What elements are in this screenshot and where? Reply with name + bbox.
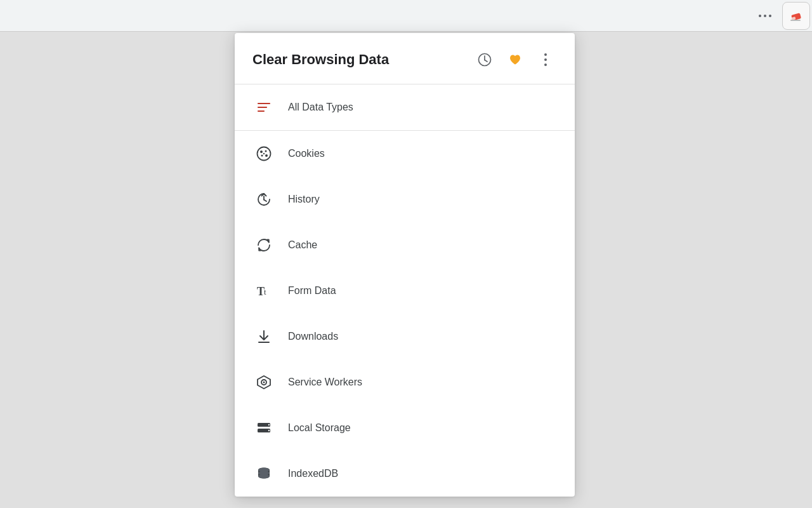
menu-item-history[interactable]: History [235, 177, 575, 222]
svg-point-33 [268, 430, 270, 431]
svg-point-17 [265, 150, 267, 152]
svg-point-9 [544, 53, 547, 56]
svg-point-2 [769, 15, 771, 17]
svg-point-32 [268, 424, 270, 425]
svg-point-1 [764, 15, 766, 17]
all-data-types-icon [252, 96, 275, 119]
vertical-dots-icon [544, 53, 547, 67]
menu-item-label-form-data: Form Data [288, 285, 336, 297]
menu-item-cache[interactable]: Cache [235, 222, 575, 268]
cookies-icon [252, 142, 275, 165]
svg-text:t: t [264, 287, 266, 297]
panel-more-button[interactable] [534, 48, 557, 71]
menu-item-label-downloads: Downloads [288, 331, 338, 342]
menu-item-label-service-workers: Service Workers [288, 377, 362, 388]
cache-icon [252, 234, 275, 257]
downloads-icon [252, 325, 275, 348]
history-icon [252, 188, 275, 211]
indexeddb-icon [252, 462, 275, 485]
svg-point-18 [261, 155, 263, 157]
menu-item-local-storage[interactable]: Local Storage [235, 405, 575, 451]
clock-icon [478, 53, 492, 67]
eraser-icon [788, 8, 804, 24]
svg-rect-5 [790, 20, 801, 21]
svg-line-8 [485, 60, 487, 62]
extension-icon-area[interactable] [782, 2, 810, 30]
svg-line-22 [264, 200, 266, 202]
menu-item-form-data[interactable]: T t Form Data [235, 268, 575, 314]
menu-item-label-all-data-types: All Data Types [288, 102, 353, 113]
svg-point-11 [544, 64, 547, 66]
menu-item-label-cookies: Cookies [288, 148, 325, 159]
menu-item-label-cache: Cache [288, 239, 317, 251]
local-storage-icon [252, 417, 275, 439]
heart-icon [508, 53, 522, 67]
clear-browsing-data-panel: Clear Browsing Data [235, 33, 575, 497]
svg-point-41 [258, 474, 270, 479]
service-workers-icon [252, 371, 275, 394]
menu-item-all-data-types[interactable]: All Data Types [235, 84, 575, 131]
browser-more-button[interactable] [754, 4, 776, 27]
menu-item-service-workers[interactable]: Service Workers [235, 359, 575, 405]
menu-item-label-history: History [288, 194, 320, 205]
svg-point-19 [265, 154, 268, 157]
menu-item-label-indexeddb: IndexedDB [288, 468, 338, 479]
clock-button[interactable] [473, 48, 496, 71]
svg-point-20 [263, 153, 265, 154]
menu-item-downloads[interactable]: Downloads [235, 314, 575, 359]
svg-point-0 [759, 15, 761, 17]
heart-button[interactable] [504, 48, 527, 71]
browser-bar [0, 0, 812, 32]
svg-point-16 [260, 150, 263, 153]
menu-list: All Data Types Cookies [235, 84, 575, 497]
menu-item-label-local-storage: Local Storage [288, 422, 351, 434]
menu-item-cookies[interactable]: Cookies [235, 131, 575, 177]
form-data-icon: T t [252, 279, 275, 302]
svg-point-10 [544, 58, 547, 61]
svg-point-29 [263, 382, 265, 384]
menu-item-indexeddb[interactable]: IndexedDB [235, 451, 575, 497]
panel-header-icons [473, 48, 557, 71]
panel-title: Clear Browsing Data [252, 51, 473, 68]
panel-header: Clear Browsing Data [235, 33, 575, 84]
